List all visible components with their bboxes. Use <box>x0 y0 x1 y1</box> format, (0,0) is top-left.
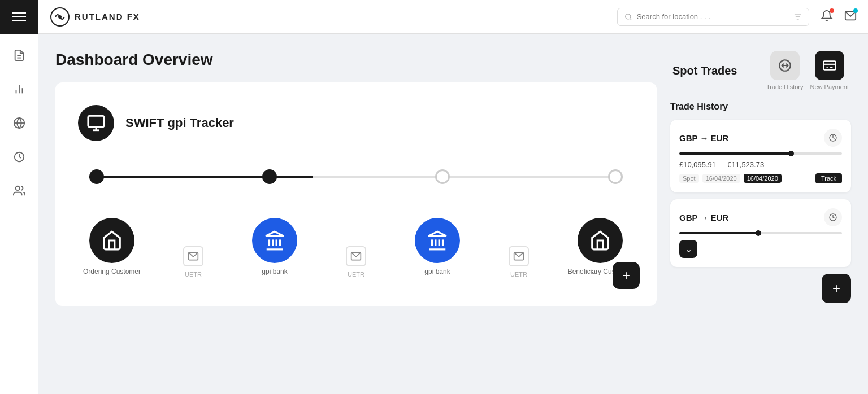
ordering-customer-label: Ordering Customer <box>83 268 141 275</box>
sidebar-item-globe[interactable] <box>9 113 29 133</box>
station-gpi-bank-2: gpi bank <box>403 218 471 278</box>
uetr-icon-3 <box>509 246 529 266</box>
trade-1-clock-button[interactable] <box>824 129 842 147</box>
track-button-1[interactable]: Track <box>815 173 842 183</box>
svg-marker-33 <box>428 231 446 236</box>
mail-notification-dot <box>853 8 858 13</box>
trade-history-section-title: Trade History <box>670 102 851 112</box>
svg-line-3 <box>630 18 631 19</box>
trade-1-meta: Spot 16/04/2020 16/04/2020 Track <box>679 173 842 183</box>
beneficiary-customer-icon <box>578 218 623 263</box>
progress-nodes <box>89 169 623 184</box>
trade-card-2: GBP → EUR ⌄ <box>670 199 851 267</box>
main-layout: Dashboard Overview SWIFT gpi Tracker <box>38 34 868 394</box>
uetr-label-1: UETR <box>185 271 202 278</box>
gpi-bank-1-label: gpi bank <box>262 268 287 275</box>
trade-pair-1: GBP → EUR <box>679 133 728 143</box>
progress-node-2 <box>262 169 277 184</box>
right-panel-add-button[interactable]: + <box>822 274 851 303</box>
action-buttons: Trade History New Payment <box>766 51 849 90</box>
header: RUTLAND FX <box>0 0 868 34</box>
trade-2-clock-button[interactable] <box>824 208 842 226</box>
new-payment-action[interactable]: New Payment <box>810 51 849 90</box>
hamburger-button[interactable] <box>0 0 38 34</box>
clock-icon-2 <box>828 213 837 222</box>
trade-1-from-amount: £10,095.91 <box>679 160 716 169</box>
ordering-customer-icon <box>89 218 134 263</box>
trade-2-expand-button[interactable]: ⌄ <box>679 240 697 258</box>
trade-1-date1: 16/04/2020 <box>702 174 740 183</box>
sidebar-item-users[interactable] <box>9 181 29 201</box>
trade-1-progress-dot <box>788 151 794 156</box>
trade-history-action[interactable]: Trade History <box>766 51 804 90</box>
page-title: Dashboard Overview <box>55 51 657 69</box>
station-ordering-customer: Ordering Customer <box>78 218 146 278</box>
progress-track <box>89 169 623 184</box>
trade-card-2-footer: ⌄ <box>679 240 842 258</box>
svg-rect-17 <box>88 116 104 127</box>
location-filter-icon <box>793 12 802 22</box>
logo-area: RUTLAND FX <box>38 7 151 27</box>
right-panel: Spot Trades Trade History <box>670 51 851 377</box>
trade-2-progress <box>679 232 842 234</box>
uetr-icon-1 <box>183 246 203 266</box>
tracker-title: SWIFT gpi Tracker <box>125 116 234 130</box>
new-payment-label: New Payment <box>810 84 849 90</box>
sidebar-item-document[interactable] <box>9 45 29 65</box>
logo-icon <box>50 7 70 27</box>
trade-1-to-amount: €11,523.73 <box>727 160 764 169</box>
sidebar <box>0 34 38 394</box>
progress-node-1 <box>89 169 104 184</box>
sidebar-item-timer[interactable] <box>9 147 29 167</box>
header-icons <box>821 10 868 24</box>
trade-history-section: Trade History GBP → EUR <box>670 102 851 267</box>
trade-card-2-header: GBP → EUR <box>679 208 842 226</box>
gpi-bank-2-label: gpi bank <box>424 268 450 275</box>
trade-1-amounts: £10,095.91 €11,523.73 <box>679 160 842 169</box>
station-uetr-3: UETR <box>485 246 553 278</box>
search-input[interactable] <box>637 12 789 21</box>
search-bar[interactable] <box>617 8 809 26</box>
gpi-bank-1-icon <box>252 218 297 263</box>
trade-card-1: GBP → EUR £10,095.91 €11,523.73 <box>670 120 851 192</box>
notification-bell-button[interactable] <box>821 10 833 24</box>
uetr-label-3: UETR <box>510 271 527 278</box>
progress-node-3 <box>435 169 450 184</box>
svg-point-16 <box>15 186 19 190</box>
trade-2-progress-fill <box>679 232 761 234</box>
progress-node-4 <box>608 169 623 184</box>
uetr-icon-2 <box>346 246 366 266</box>
station-uetr-2: UETR <box>322 246 390 278</box>
trade-pair-2: GBP → EUR <box>679 213 728 222</box>
trade-2-progress-dot <box>756 230 761 236</box>
trade-1-date2: 16/04/2020 <box>744 174 782 183</box>
new-payment-icon <box>822 58 837 73</box>
tracker-add-button[interactable]: + <box>613 262 640 289</box>
logo-text: RUTLAND FX <box>75 12 140 21</box>
content-area: Dashboard Overview SWIFT gpi Tracker <box>55 51 657 377</box>
trade-history-label: Trade History <box>766 84 804 90</box>
message-button[interactable] <box>844 10 857 24</box>
bell-notification-dot <box>830 8 834 13</box>
svg-marker-26 <box>266 231 284 236</box>
uetr-label-2: UETR <box>348 271 364 278</box>
search-icon <box>624 12 632 21</box>
gpi-bank-2-icon <box>415 218 460 263</box>
monitor-icon-circle <box>78 105 114 141</box>
trade-card-1-header: GBP → EUR <box>679 129 842 147</box>
trade-1-progress-fill <box>679 152 793 155</box>
clock-icon-1 <box>828 133 837 142</box>
trade-history-icon-btn[interactable] <box>770 51 800 80</box>
exchange-icon <box>778 58 792 73</box>
spot-trades-header: Spot Trades Trade History <box>670 51 851 90</box>
monitor-icon <box>86 113 106 133</box>
trade-1-progress <box>679 152 842 155</box>
tracker-card: SWIFT gpi Tracker <box>55 82 657 306</box>
svg-rect-36 <box>823 61 836 69</box>
tracker-header: SWIFT gpi Tracker <box>78 105 634 141</box>
new-payment-icon-btn[interactable] <box>815 51 844 80</box>
sidebar-item-chart[interactable] <box>9 79 29 99</box>
station-gpi-bank-1: gpi bank <box>241 218 309 278</box>
station-uetr-1: UETR <box>159 246 227 278</box>
stations: Ordering Customer UETR <box>78 218 634 278</box>
